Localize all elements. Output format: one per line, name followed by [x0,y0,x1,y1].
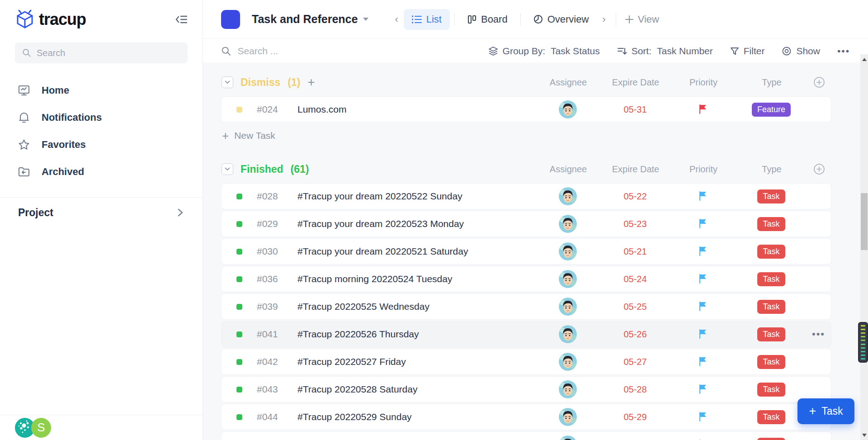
tab-label: List [426,14,442,25]
status-dot-finished[interactable] [236,221,242,227]
task-row[interactable]: #039#Tracup 20220525 Wednesday05-25Task•… [221,293,831,320]
add-column-icon[interactable] [807,76,831,88]
task-title[interactable]: #Tracup your dream 20220521 Saturday [289,246,535,257]
status-dot-finished[interactable] [236,249,242,255]
status-dot-finished[interactable] [236,359,242,365]
status-dot-finished[interactable] [236,387,242,393]
sidebar-item-notifications[interactable]: Notifications [0,104,203,131]
add-view-button[interactable]: View [625,14,659,25]
show-control[interactable]: Show [782,46,820,57]
assignee-avatar[interactable] [559,298,577,316]
priority-flag-red-icon[interactable] [698,104,708,115]
type-badge[interactable]: Task [757,245,785,259]
add-column-icon[interactable] [807,163,831,175]
assignee-avatar[interactable] [559,215,577,233]
assignee-avatar[interactable] [559,100,577,118]
group-add-task-icon[interactable]: + [307,78,315,87]
sidebar-search-input[interactable] [37,48,180,58]
assignee-avatar[interactable] [559,380,577,398]
status-dot-finished[interactable] [236,331,242,337]
status-dot-finished[interactable] [236,304,242,310]
group-collapse-icon[interactable] [222,163,233,175]
task-row[interactable]: #029#Tracup your dream 20220523 Monday05… [221,211,831,237]
type-badge[interactable]: Task [757,327,785,341]
tab-overview[interactable]: Overview [525,9,597,30]
tabs-scroll-left-icon[interactable]: ‹ [389,14,403,25]
type-badge[interactable]: Task [757,272,785,286]
add-task-fab-button[interactable]: + Task [797,398,854,424]
status-dot-finished[interactable] [236,194,242,199]
title-dropdown-caret-icon[interactable] [363,18,368,21]
tab-list[interactable]: List [404,9,450,30]
type-badge[interactable]: Task [757,383,785,397]
assignee-avatar[interactable] [559,325,577,343]
task-title[interactable]: #Tracup 20220526 Thursday [289,329,535,340]
assignee-avatar[interactable] [559,270,577,288]
type-badge[interactable]: Task [757,410,785,424]
scrollbar-thumb[interactable] [861,193,868,250]
scroll-down-icon[interactable] [860,431,868,439]
assignee-avatar[interactable] [559,242,577,260]
task-row[interactable]: #043#Tracup 20220528 Saturday05-28Task••… [221,376,831,402]
priority-flag-blue-icon[interactable] [698,218,708,229]
priority-flag-blue-icon[interactable] [698,412,708,422]
sidebar-item-home[interactable]: Home [0,77,203,104]
task-row[interactable]: #028#Tracup your dream 20220522 Sunday05… [221,183,831,209]
toolbar-search-input[interactable] [237,46,474,57]
assignee-avatar[interactable] [559,435,577,440]
workspace-avatar-s[interactable]: S [31,418,51,438]
task-title[interactable]: #Tracup your dream 20220522 Sunday [289,191,535,202]
sidebar-item-project[interactable]: Project [0,198,203,227]
type-badge[interactable]: Task [757,189,785,203]
assignee-avatar[interactable] [559,187,577,205]
assignee-avatar[interactable] [559,408,577,426]
toolbar-search[interactable] [221,46,474,57]
priority-flag-blue-icon[interactable] [698,356,708,367]
task-row[interactable]: #030#Tracup your dream 20220521 Saturday… [221,238,831,265]
status-dot-dismiss[interactable] [236,107,242,113]
filter-control[interactable]: Filter [730,46,765,57]
task-row[interactable]: #044#Tracup 20220529 Sunday05-29Task••• [221,404,831,430]
status-dot-finished[interactable] [236,276,242,282]
priority-flag-blue-icon[interactable] [698,384,708,395]
priority-flag-blue-icon[interactable] [698,274,708,284]
task-row[interactable]: #041#Tracup 20220526 Thursday05-26Task••… [221,321,831,347]
sort-control[interactable]: Sort: Task Number [617,46,713,57]
type-badge[interactable]: Feature [752,103,791,117]
toolbar-more-icon[interactable]: ••• [837,46,850,57]
task-title[interactable]: #Tracup morning 20220524 Tuesday [289,274,535,284]
vertical-scrollbar[interactable] [860,54,868,440]
group-collapse-icon[interactable] [222,76,233,88]
priority-flag-blue-icon[interactable] [698,301,708,312]
sidebar-collapse-icon[interactable] [175,14,187,25]
sidebar-item-favorites[interactable]: Favorites [0,131,203,158]
priority-flag-blue-icon[interactable] [698,246,708,257]
task-title[interactable]: #Tracup 20220525 Wednesday [289,301,535,312]
row-more-icon[interactable]: ••• [806,328,831,340]
type-badge[interactable]: Task [757,300,785,314]
project-color-square[interactable] [221,10,240,29]
new-task-button[interactable]: + New Task [222,129,831,142]
task-row[interactable]: #045#Tracup 20220530 Monday05-30Task••• [221,431,831,440]
task-title[interactable]: #Tracup your dream 20220523 Monday [289,218,535,229]
assignee-avatar[interactable] [559,353,577,371]
priority-flag-blue-icon[interactable] [698,329,708,340]
tabs-scroll-right-icon[interactable]: › [597,14,611,25]
type-badge[interactable]: Task [757,217,785,231]
task-title[interactable]: #Tracup 20220527 Friday [289,356,535,367]
tab-board[interactable]: Board [459,9,516,30]
sidebar-search[interactable] [15,43,188,63]
status-dot-finished[interactable] [236,414,242,420]
task-row[interactable]: #042#Tracup 20220527 Friday05-27Task••• [221,349,831,375]
priority-flag-blue-icon[interactable] [698,191,708,202]
task-row[interactable]: #024 Lumos.com 05-31 Feature ••• [221,96,831,123]
type-badge[interactable]: Task [757,355,785,369]
group-by-control[interactable]: Group By: Task Status [488,46,600,57]
sidebar-item-archived[interactable]: Archived [0,158,203,185]
type-badge[interactable]: Task [757,438,785,440]
task-title[interactable]: #Tracup 20220528 Saturday [289,384,535,395]
task-row[interactable]: #036#Tracup morning 20220524 Tuesday05-2… [221,266,831,292]
task-title[interactable]: #Tracup 20220529 Sunday [289,412,535,422]
task-title[interactable]: Lumos.com [289,104,535,115]
scroll-up-icon[interactable] [860,55,868,63]
